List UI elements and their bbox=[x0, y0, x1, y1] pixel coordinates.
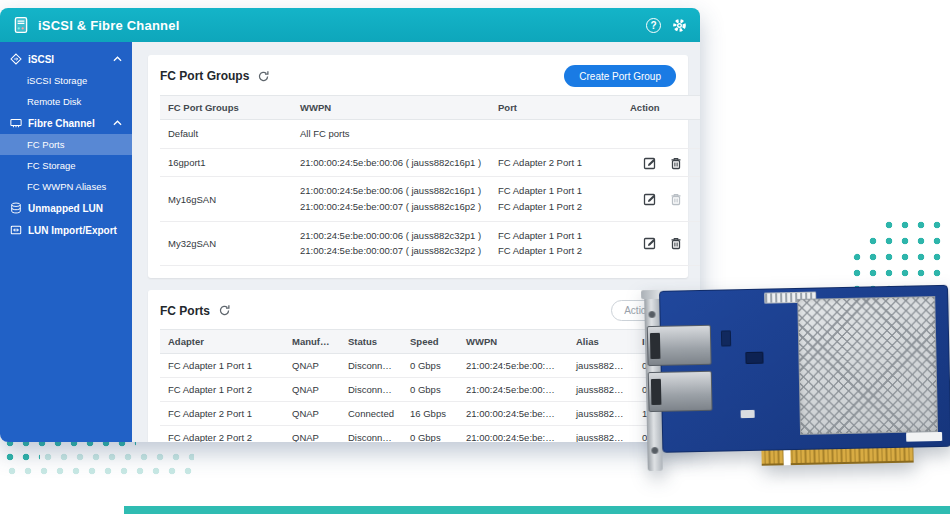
edit-icon[interactable] bbox=[643, 236, 657, 250]
pcie-key-notch bbox=[783, 450, 790, 465]
table-row[interactable]: FC Adapter 1 Port 2 QNAP Disconnect... 0… bbox=[160, 378, 700, 402]
pcb-component bbox=[741, 410, 755, 418]
decorative-dots-bottom-left bbox=[8, 467, 192, 481]
help-icon[interactable]: ? bbox=[646, 18, 661, 33]
database-icon bbox=[10, 202, 22, 214]
fc-port-groups-table: FC Port Groups WWPN Port Action Default … bbox=[160, 95, 700, 266]
main-content: FC Port Groups Create Port Group FC Port… bbox=[132, 42, 700, 442]
port-group-name: My32gSAN bbox=[160, 221, 292, 265]
table-row[interactable]: 16gport1 21:00:00:24:5e:be:00:06 ( jauss… bbox=[160, 148, 700, 177]
fc-ports-table: Adapter Manufa... Status Speed WWPN Alia… bbox=[160, 329, 700, 442]
screenshot-root: iSCSI & Fibre Channel ? iSCSI iSCSI Stor… bbox=[0, 0, 950, 514]
table-row[interactable]: FC Adapter 2 Port 2 QNAP Disconnect... 0… bbox=[160, 426, 700, 442]
column-header[interactable]: Status bbox=[340, 330, 402, 354]
sidebar-item-iscsi-storage[interactable]: iSCSI Storage bbox=[0, 70, 132, 91]
title-bar: iSCSI & Fibre Channel ? bbox=[0, 8, 700, 42]
column-header[interactable]: Adapter bbox=[160, 330, 284, 354]
sidebar-item-fc-ports[interactable]: FC Ports bbox=[0, 134, 132, 155]
table-row[interactable]: My32gSAN 21:00:24:5e:be:00:00:06 ( jauss… bbox=[160, 221, 700, 265]
create-port-group-button[interactable]: Create Port Group bbox=[564, 65, 676, 87]
column-header[interactable]: WWPN bbox=[458, 330, 568, 354]
sidebar-item-remote-disk[interactable]: Remote Disk bbox=[0, 91, 132, 112]
column-header[interactable]: WWPN bbox=[292, 96, 490, 120]
sidebar-item-iscsi[interactable]: iSCSI bbox=[0, 48, 132, 70]
sidebar-item-lun-import-export[interactable]: LUN Import/Export bbox=[0, 219, 132, 241]
column-header[interactable]: Manufa... bbox=[284, 330, 340, 354]
trash-icon[interactable] bbox=[669, 236, 683, 250]
pcb-component bbox=[721, 330, 731, 346]
fc-ports-title: FC Ports bbox=[160, 304, 210, 318]
iscsi-icon bbox=[10, 53, 22, 65]
fc-ports-panel: FC Ports Action Adapter bbox=[148, 290, 688, 442]
nas-device-icon bbox=[12, 16, 30, 34]
column-header[interactable]: Port bbox=[490, 96, 622, 120]
table-row[interactable]: FC Adapter 2 Port 1 QNAP Connected 16 Gb… bbox=[160, 402, 700, 426]
column-header: Action bbox=[622, 96, 700, 120]
port-group-name: My16gSAN bbox=[160, 177, 292, 221]
port-group-name: Default bbox=[160, 120, 292, 149]
heatsink bbox=[797, 296, 938, 435]
trash-icon bbox=[669, 192, 683, 206]
pcie-edge-connector bbox=[761, 448, 913, 466]
sidebar: iSCSI iSCSI Storage Remote Disk Fibre Ch… bbox=[0, 42, 132, 442]
edit-icon[interactable] bbox=[643, 192, 657, 206]
column-header[interactable]: Speed bbox=[402, 330, 458, 354]
fc-port-groups-panel: FC Port Groups Create Port Group FC Port… bbox=[148, 55, 688, 278]
decorative-dots-bottom-left bbox=[44, 453, 194, 467]
adapter-pcb bbox=[659, 285, 950, 453]
bracket-screw-hole bbox=[651, 447, 658, 454]
sfp-port-1 bbox=[647, 325, 712, 366]
fc-port-groups-title: FC Port Groups bbox=[160, 69, 249, 83]
port-group-name: 16gport1 bbox=[160, 148, 292, 177]
column-header[interactable]: Alias bbox=[568, 330, 634, 354]
decorative-dots-bottom-left bbox=[6, 453, 40, 467]
gear-icon[interactable] bbox=[671, 17, 688, 34]
teal-bottom-bar bbox=[124, 506, 950, 514]
chevron-up-icon bbox=[113, 120, 122, 126]
sidebar-item-fc-wwpn-aliases[interactable]: FC WWPN Aliases bbox=[0, 176, 132, 197]
table-row[interactable]: FC Adapter 1 Port 1 QNAP Disconnect... 0… bbox=[160, 354, 700, 378]
sidebar-item-unmapped-lun[interactable]: Unmapped LUN bbox=[0, 197, 132, 219]
page-title: iSCSI & Fibre Channel bbox=[38, 18, 179, 33]
fibre-channel-icon bbox=[10, 117, 22, 129]
chevron-up-icon bbox=[113, 56, 122, 62]
import-export-icon bbox=[10, 224, 22, 236]
column-header[interactable]: FC Port Groups bbox=[160, 96, 292, 120]
edit-icon[interactable] bbox=[643, 156, 657, 170]
sidebar-item-fc-storage[interactable]: FC Storage bbox=[0, 155, 132, 176]
sidebar-item-fibre-channel[interactable]: Fibre Channel bbox=[0, 112, 132, 134]
pcb-label-sticker bbox=[906, 432, 942, 442]
app-window: iSCSI & Fibre Channel ? iSCSI iSCSI Stor… bbox=[0, 8, 700, 442]
fibre-channel-adapter-photo bbox=[640, 283, 950, 483]
trash-icon[interactable] bbox=[669, 156, 683, 170]
table-row[interactable]: Default All FC ports bbox=[160, 120, 700, 149]
bracket-screw-hole bbox=[648, 311, 655, 318]
table-row[interactable]: My16gSAN 21:00:00:24:5e:be:00:06 ( jauss… bbox=[160, 177, 700, 221]
refresh-icon[interactable] bbox=[218, 304, 231, 317]
pcb-component bbox=[745, 352, 763, 364]
refresh-icon[interactable] bbox=[257, 70, 270, 83]
sfp-port-2 bbox=[648, 371, 713, 412]
